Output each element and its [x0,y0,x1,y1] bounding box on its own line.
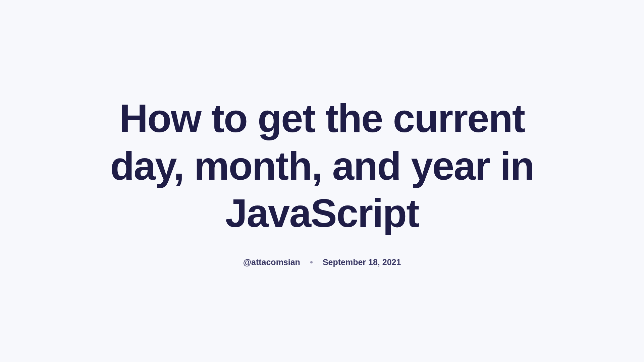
article-title: How to get the current day, month, and y… [101,95,543,237]
meta-separator [310,261,313,263]
publish-date: September 18, 2021 [323,257,401,267]
article-meta: @attacomsian September 18, 2021 [243,257,401,267]
article-header: How to get the current day, month, and y… [87,95,557,267]
author-handle: @attacomsian [243,257,300,267]
